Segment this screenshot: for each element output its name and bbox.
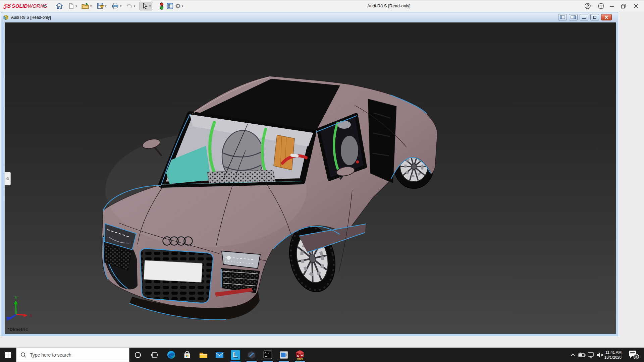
restore-button[interactable] xyxy=(619,2,627,10)
solidworks-2020-icon: SW2020 xyxy=(295,350,305,360)
taskbar-app-l[interactable]: LL xyxy=(227,348,244,362)
home-button[interactable] xyxy=(56,2,63,10)
taskbar-app-store[interactable] xyxy=(179,348,195,362)
battery-charging-icon xyxy=(578,351,586,359)
clock-date: 10/1/2020 xyxy=(604,355,622,360)
document-restore-button[interactable] xyxy=(590,14,599,20)
document-titlebar[interactable]: Audi R8 S [Read-only] xyxy=(1,12,618,22)
notification-center-button[interactable]: 3 xyxy=(623,348,644,362)
front-grille xyxy=(140,249,213,303)
document-close-icon xyxy=(604,15,608,19)
left-pane-icon xyxy=(560,15,565,19)
sw-letter-w: W xyxy=(301,354,304,357)
open-button[interactable]: ▾ xyxy=(81,2,92,10)
taskbar-app-window[interactable] xyxy=(276,348,292,362)
show-left-pane-button[interactable] xyxy=(558,14,567,20)
undo-button[interactable]: ▾ xyxy=(125,2,136,10)
view-orientation-label: *Dimetric xyxy=(8,327,28,332)
start-button[interactable] xyxy=(0,348,16,362)
cortana-button[interactable] xyxy=(129,348,146,362)
help-button[interactable]: ? xyxy=(597,2,605,10)
undo-icon xyxy=(125,2,133,10)
select-cursor-icon xyxy=(141,2,148,10)
taskbar-app-mail[interactable] xyxy=(211,348,227,362)
taskbar-app-solidworks[interactable]: SW2020 xyxy=(292,348,308,362)
new-document-button[interactable]: ▾ xyxy=(68,2,77,10)
gear-icon: ⚙ xyxy=(175,3,181,9)
license-plate xyxy=(144,260,203,283)
tray-network-button[interactable] xyxy=(586,348,595,362)
notification-badge: 3 xyxy=(635,355,637,359)
close-button[interactable] xyxy=(632,2,640,10)
file-explorer-icon xyxy=(199,351,208,359)
mail-icon xyxy=(215,351,224,359)
clock-time: 11:41 AM xyxy=(605,350,622,355)
search-icon xyxy=(20,352,26,358)
task-view-button[interactable] xyxy=(146,348,163,362)
save-dropdown[interactable]: ▾ xyxy=(105,4,107,8)
restore-icon xyxy=(621,3,626,9)
save-icon xyxy=(97,2,104,10)
print-dropdown[interactable]: ▾ xyxy=(120,4,122,8)
rebuild-button[interactable] xyxy=(158,2,165,10)
side-blade xyxy=(368,99,396,183)
save-button[interactable]: ▾ xyxy=(97,2,107,10)
graphics-viewport[interactable]: Y X *Dimetric xyxy=(5,22,616,334)
network-ethernet-icon xyxy=(587,351,595,359)
taskbar: Type here to search LL C:\ SW2020 xyxy=(0,348,644,362)
open-folder-icon xyxy=(81,2,89,10)
microsoft-edge-icon xyxy=(167,350,176,359)
traffic-light-icon xyxy=(158,2,165,10)
solidworks-logo-glyph: ƷS xyxy=(3,3,11,9)
search-placeholder: Type here to search xyxy=(30,352,71,358)
print-icon xyxy=(111,2,119,10)
tray-clock[interactable]: 11:41 AM 10/1/2020 xyxy=(603,348,622,362)
sw-year: 2020 xyxy=(297,357,303,360)
home-icon xyxy=(56,2,63,10)
account-button[interactable] xyxy=(584,2,592,10)
taskbar-app-file-explorer[interactable] xyxy=(195,348,211,362)
svg-text:?: ? xyxy=(600,4,602,8)
hexagon-app-icon xyxy=(247,350,256,360)
featuremanager-collapsed-tab[interactable] xyxy=(5,172,11,185)
print-button[interactable]: ▾ xyxy=(111,2,122,10)
app-window-icon xyxy=(279,351,288,359)
minimize-icon xyxy=(609,3,614,9)
taskbar-app-edge[interactable] xyxy=(163,348,179,362)
options-dropdown[interactable]: ▾ xyxy=(182,4,183,8)
new-document-dropdown[interactable]: ▾ xyxy=(75,4,77,8)
undo-dropdown[interactable]: ▾ xyxy=(134,4,136,8)
help-icon: ? xyxy=(598,3,604,9)
close-icon xyxy=(633,3,639,9)
interior-orange-panel xyxy=(274,135,294,170)
tray-chevron-button[interactable] xyxy=(569,348,577,362)
audi-r8-3d-model: Y X xyxy=(5,22,616,334)
minimize-button[interactable] xyxy=(608,2,616,10)
windows-logo-icon xyxy=(5,352,11,358)
command-prompt-icon: C:\ xyxy=(263,350,272,359)
options-button[interactable]: ⚙ ▾ xyxy=(175,2,183,10)
triad-x-label: X xyxy=(30,313,33,318)
toolbar-expand-arrow[interactable]: ▶ xyxy=(43,3,46,8)
show-right-pane-button[interactable] xyxy=(569,14,578,20)
app-titlebar: ƷSSOLIDWORKS ▶ ▾ ▾ ▾ ▾ ▾ ▾ ⚙ ▾ Audi R8 S… xyxy=(0,0,644,11)
tray-battery-button[interactable] xyxy=(577,348,586,362)
document-close-button[interactable] xyxy=(601,14,612,20)
file-properties-icon xyxy=(166,2,174,10)
select-tool-button[interactable]: ▾ xyxy=(140,2,152,10)
taskbar-app-hexagon[interactable] xyxy=(244,348,260,362)
app-title: Audi R8 S [Read-only] xyxy=(367,3,411,8)
sw-letter-s: S xyxy=(297,354,299,357)
notification-icon: 3 xyxy=(628,350,640,360)
cmd-label: C:\ xyxy=(264,352,269,355)
select-tool-dropdown[interactable]: ▾ xyxy=(149,4,151,8)
file-properties-button[interactable] xyxy=(166,2,174,10)
part-document-icon xyxy=(3,14,9,21)
taskbar-app-command-prompt[interactable]: C:\ xyxy=(260,348,276,362)
expand-panel-arrow[interactable] xyxy=(6,177,9,180)
taskbar-search-input[interactable]: Type here to search xyxy=(16,348,129,362)
microsoft-store-icon xyxy=(183,351,192,359)
document-minimize-button[interactable] xyxy=(580,14,588,20)
open-dropdown[interactable]: ▾ xyxy=(90,4,92,8)
chevron-up-icon xyxy=(570,352,576,358)
